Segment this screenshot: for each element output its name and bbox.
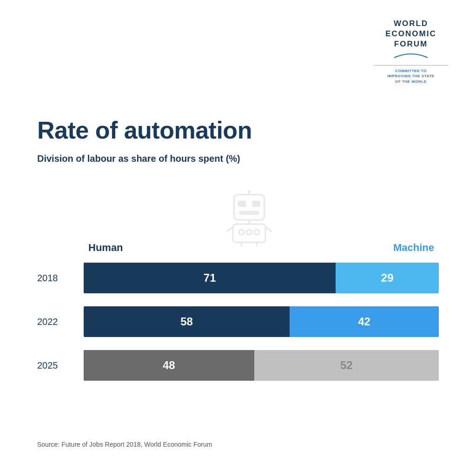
- logo-divider: [374, 65, 448, 66]
- column-labels: Human Machine: [37, 242, 439, 254]
- svg-rect-4: [252, 201, 260, 207]
- bar-row-2022: 2022 58 42: [37, 306, 439, 337]
- bar-2018-human: 71: [84, 263, 336, 293]
- bar-year-2018: 2018: [37, 273, 84, 284]
- bar-row-2018: 2018 71 29: [37, 263, 439, 293]
- svg-point-12: [254, 230, 259, 235]
- bar-2025-machine: 52: [254, 350, 439, 381]
- bar-track-2022: 58 42: [84, 306, 439, 337]
- chart-subtitle: Division of labour as share of hours spe…: [37, 153, 240, 164]
- chart-main-title: Rate of automation: [37, 116, 252, 144]
- source-text: Source: Future of Jobs Report 2018, Worl…: [37, 441, 212, 448]
- svg-rect-7: [233, 224, 265, 242]
- bar-track-2018: 71 29: [84, 263, 439, 293]
- svg-rect-3: [238, 201, 246, 207]
- page: WORLD ECONOMIC FORUM COMMITTED TO IMPROV…: [0, 0, 476, 476]
- svg-point-11: [247, 230, 252, 235]
- bar-2018-machine: 29: [336, 263, 439, 293]
- svg-line-9: [265, 227, 271, 231]
- svg-rect-5: [239, 211, 259, 215]
- human-label: Human: [88, 242, 123, 254]
- bar-2025-human: 48: [84, 350, 254, 381]
- svg-rect-0: [234, 195, 264, 220]
- chart-container: Human Machine 2018 71 29 2022: [37, 191, 439, 420]
- bar-2022-machine: 42: [290, 306, 439, 337]
- bar-2022-human: 58: [84, 306, 290, 337]
- logo-title: WORLD ECONOMIC FORUM: [374, 19, 448, 49]
- bar-year-2025: 2025: [37, 360, 84, 371]
- svg-line-8: [227, 227, 233, 231]
- wef-logo: WORLD ECONOMIC FORUM COMMITTED TO IMPROV…: [374, 19, 448, 84]
- logo-arc-icon: [392, 52, 430, 59]
- bar-year-2022: 2022: [37, 317, 84, 327]
- bars-area: 2018 71 29 2022 58: [37, 263, 439, 394]
- bar-row-2025: 2025 48 52: [37, 350, 439, 381]
- svg-point-10: [239, 230, 244, 235]
- svg-point-2: [248, 191, 251, 192]
- machine-label: Machine: [393, 242, 434, 254]
- logo-tagline: COMMITTED TO IMPROVING THE STATE OF THE …: [374, 68, 448, 84]
- bar-track-2025: 48 52: [84, 350, 439, 381]
- robot-icon: [221, 191, 277, 246]
